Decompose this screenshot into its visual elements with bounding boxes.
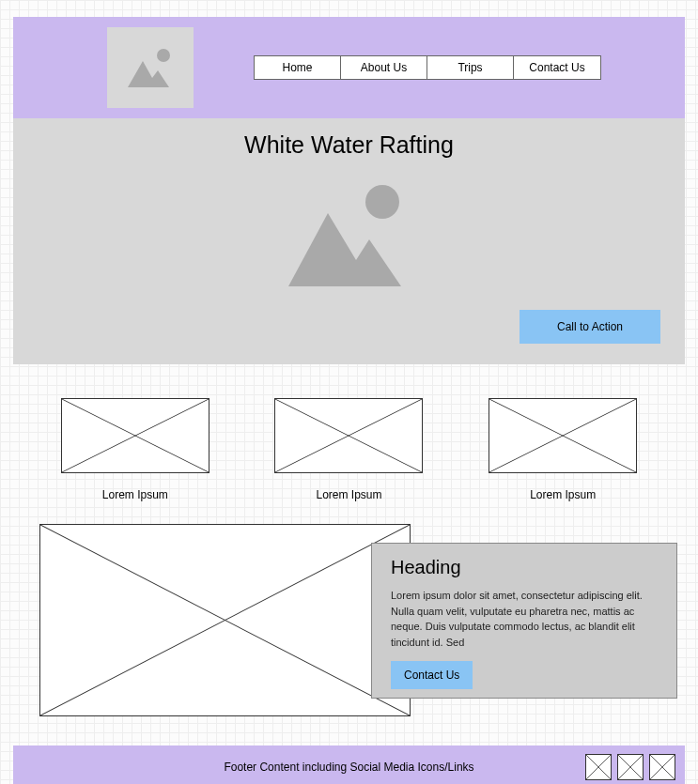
hero-section: White Water Rafting Call to Action bbox=[13, 118, 685, 364]
footer-text: Footer Content including Social Media Ic… bbox=[224, 761, 473, 774]
social-icon-3[interactable] bbox=[649, 754, 675, 780]
contact-us-button[interactable]: Contact Us bbox=[391, 661, 473, 689]
nav-contact[interactable]: Contact Us bbox=[514, 56, 600, 79]
social-icon-2[interactable] bbox=[617, 754, 644, 780]
image-icon bbox=[122, 44, 178, 91]
feature-box: Heading Lorem ipsum dolor sit amet, cons… bbox=[371, 543, 677, 699]
main-nav: Home About Us Trips Contact Us bbox=[254, 55, 601, 80]
image-icon bbox=[270, 174, 429, 296]
card-3-label: Lorem Ipsum bbox=[489, 488, 637, 501]
feature-body-text: Lorem ipsum dolor sit amet, consectetur … bbox=[391, 588, 658, 650]
card-1: Lorem Ipsum bbox=[61, 398, 209, 501]
card-3-image-placeholder bbox=[489, 398, 637, 473]
card-2-image-placeholder bbox=[274, 398, 423, 473]
nav-home[interactable]: Home bbox=[255, 56, 341, 79]
feature-image-placeholder bbox=[39, 524, 411, 716]
card-2: Lorem Ipsum bbox=[274, 398, 423, 501]
svg-point-1 bbox=[365, 185, 399, 219]
nav-about[interactable]: About Us bbox=[341, 56, 427, 79]
card-3: Lorem Ipsum bbox=[489, 398, 637, 501]
card-row: Lorem Ipsum Lorem Ipsum Lorem Ipsum bbox=[13, 364, 685, 501]
svg-point-0 bbox=[157, 49, 170, 62]
footer-bar: Footer Content including Social Media Ic… bbox=[13, 746, 685, 784]
logo-placeholder bbox=[107, 27, 194, 108]
social-icon-1[interactable] bbox=[585, 754, 612, 780]
feature-section: Heading Lorem ipsum dolor sit amet, cons… bbox=[39, 524, 685, 730]
feature-heading: Heading bbox=[391, 557, 658, 578]
header-bar: Home About Us Trips Contact Us bbox=[13, 17, 685, 118]
nav-trips[interactable]: Trips bbox=[427, 56, 514, 79]
card-2-label: Lorem Ipsum bbox=[274, 488, 423, 501]
hero-image-placeholder bbox=[13, 174, 685, 296]
social-icons bbox=[585, 754, 675, 780]
card-1-image-placeholder bbox=[61, 398, 209, 473]
card-1-label: Lorem Ipsum bbox=[61, 488, 209, 501]
hero-title: White Water Rafting bbox=[13, 131, 685, 159]
cta-button[interactable]: Call to Action bbox=[520, 310, 660, 344]
